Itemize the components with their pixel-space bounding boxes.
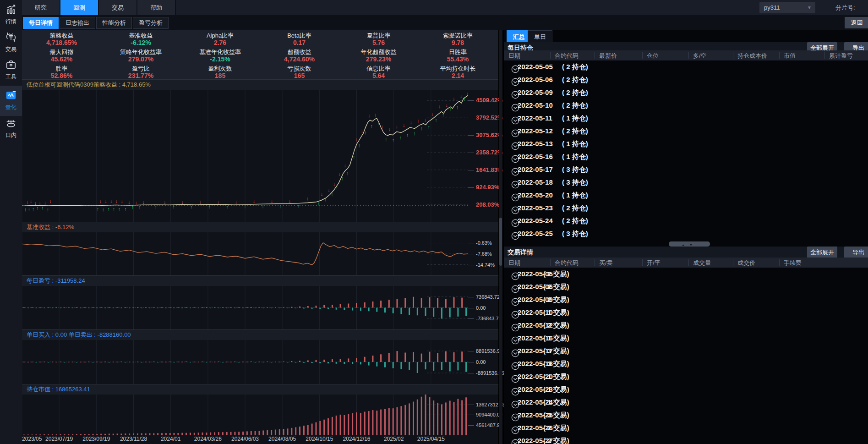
stat-label: 年化超额收益 [339, 49, 418, 55]
svg-text:↑: ↑ [124, 206, 127, 212]
stat-value: 0.17 [260, 39, 339, 47]
sidebar-item-交易[interactable]: 交易 [0, 31, 22, 53]
holding-row[interactable]: 2022-05-11( 1 持仓) [504, 112, 868, 125]
holding-row[interactable]: 2022-05-17( 3 持仓) [504, 163, 868, 176]
trades-export-button[interactable]: 导出 [844, 247, 868, 258]
holding-row[interactable]: 2022-05-05( 2 持仓) [504, 60, 868, 73]
sidebar-item-行情[interactable]: 行情 [0, 4, 22, 26]
sub-tab-bar: 每日详情日志输出性能分析盈亏分析 [22, 15, 868, 30]
chart-plot-position-value[interactable] [22, 395, 468, 435]
sidebar-item-量化[interactable]: 量化 [0, 89, 22, 111]
trade-row[interactable]: 2022-05-23( 1 交易) [504, 383, 868, 396]
svg-text:↑: ↑ [226, 204, 229, 209]
row-date: 2022-05-20 [518, 191, 553, 199]
y-tick-mark [468, 170, 474, 170]
holding-row[interactable]: 2022-05-12( 2 持仓) [504, 125, 868, 137]
stat-label: Alpha比率 [180, 32, 260, 39]
trade-row[interactable]: 2022-05-24( 1 交易) [504, 396, 868, 409]
svg-text:↓: ↓ [99, 198, 102, 204]
trade-row[interactable]: 2022-05-09( 2 交易) [504, 293, 868, 306]
trade-row[interactable]: 2022-05-06( 2 交易) [504, 280, 868, 293]
trade-row[interactable]: 2022-05-25( 3 交易) [504, 409, 868, 422]
trades-expand-all-button[interactable]: 全部展开 [807, 247, 837, 258]
trade-row[interactable]: 2022-05-10( 1 交易) [504, 306, 868, 319]
stat-基准收益: 基准收益-6.12% [101, 32, 180, 47]
holding-row[interactable]: 2022-05-06( 2 持仓) [504, 73, 868, 86]
row-date: 2022-05-10 [518, 101, 553, 109]
trade-row[interactable]: 2022-05-16( 1 交易) [504, 332, 868, 345]
svg-text:↑: ↑ [131, 204, 134, 210]
y-tick-mark [468, 318, 474, 319]
chart-title-position-value: 持仓市值 : 16865263.41 [22, 384, 498, 395]
trade-row[interactable]: 2022-05-27( 2 交易) [504, 434, 868, 444]
svg-text:↑: ↑ [406, 132, 409, 137]
tables-splitter[interactable]: ▲▼ [669, 241, 710, 247]
svg-text:↑: ↑ [463, 96, 466, 102]
shard-label: 分片号: [835, 4, 855, 12]
svg-text:↑: ↑ [97, 206, 99, 212]
holdings-table-header: 日期合约代码最新价仓位多/空持仓成本价市值累计盈亏 [504, 50, 868, 60]
chart-plot-daily-pnl[interactable] [22, 286, 468, 329]
trade-row[interactable]: 2022-05-26( 2 交易) [504, 422, 868, 434]
holding-row[interactable]: 2022-05-24( 2 持仓) [504, 214, 868, 227]
menu-item-帮助[interactable]: 帮助 [137, 0, 176, 15]
trade-row[interactable]: 2022-05-18( 3 交易) [504, 357, 868, 370]
stat-value: 52.86% [22, 72, 101, 80]
holding-row[interactable]: 2022-05-10( 2 持仓) [504, 99, 868, 112]
holding-row[interactable]: 2022-05-25( 3 持仓) [504, 227, 868, 240]
trade-row[interactable]: 2022-05-17( 3 交易) [504, 345, 868, 357]
trade-row[interactable]: 2022-05-20( 1 交易) [504, 370, 868, 383]
stat-label: 策略年化收益率 [101, 49, 180, 55]
holding-row[interactable]: 2022-05-23( 2 持仓) [504, 202, 868, 214]
chart-plot-benchmark-return[interactable] [22, 232, 468, 275]
row-count: ( 2 交易) [543, 283, 569, 291]
sidebar-item-工具[interactable]: 工具 [0, 59, 22, 81]
stat-label: 索提诺比率 [418, 32, 497, 39]
header-separator [688, 52, 689, 59]
stat-年化超额收益: 年化超额收益279.23% [339, 49, 418, 63]
trade-row[interactable]: 2022-05-05( 2 交易) [504, 268, 868, 280]
row-count: ( 2 交易) [543, 270, 569, 279]
tab-性能分析[interactable]: 性能分析 [96, 17, 132, 29]
row-date: 2022-05-17 [518, 165, 553, 173]
svg-text:↑: ↑ [317, 201, 320, 206]
holding-row[interactable]: 2022-05-26( 2 持仓) [504, 240, 868, 241]
tab-single-day[interactable]: 单日 [528, 30, 552, 43]
chart-plot-strategy-return[interactable]: ↑↓↑↓↑↓↑↓↑↓↑↓↑↓↑↓↑↓↑↓↑↓↑↓↑↓↑↓↑↓↑↓↑↓↑↓↑↓↑↓… [22, 90, 468, 222]
menu-item-研究[interactable]: 研究 [22, 0, 60, 15]
y-tick-mark [468, 415, 474, 415]
row-date: 2022-05-09 [518, 88, 553, 96]
y-tick-mark [468, 362, 474, 362]
row-count: ( 1 交易) [543, 308, 569, 317]
row-count: ( 3 持仓) [562, 230, 588, 238]
holding-row[interactable]: 2022-05-13( 1 持仓) [504, 137, 868, 150]
tab-日志输出[interactable]: 日志输出 [60, 17, 95, 29]
stat-label: 胜率 [22, 65, 101, 72]
chart-title-text: 低位首板可回测代码0309策略收益 : 4,718.65% [27, 81, 151, 88]
menu-item-回测[interactable]: 回测 [60, 0, 99, 15]
chart-plot-daily-buy-sell[interactable] [22, 340, 468, 384]
menu-item-交易[interactable]: 交易 [99, 0, 137, 15]
svg-text:↑: ↑ [371, 123, 373, 129]
tab-每日详情[interactable]: 每日详情 [23, 17, 59, 29]
holding-row[interactable]: 2022-05-09( 2 持仓) [504, 86, 868, 99]
y-tick-mark [468, 243, 474, 243]
holding-row[interactable]: 2022-05-16( 1 持仓) [504, 150, 868, 163]
svg-text:↓: ↓ [271, 198, 273, 204]
svg-text:↑: ↑ [336, 185, 338, 190]
trade-row[interactable]: 2022-05-12( 2 交易) [504, 319, 868, 332]
back-button[interactable]: 返回 [845, 17, 868, 28]
tab-盈亏分析[interactable]: 盈亏分析 [133, 17, 169, 29]
scrollbar-handle[interactable] [499, 218, 502, 266]
row-count: ( 1 交易) [543, 373, 569, 381]
column-header-成交量: 成交量 [693, 259, 711, 267]
sidebar-item-日内[interactable]: 日内 [0, 117, 22, 139]
holding-row[interactable]: 2022-05-18( 3 持仓) [504, 176, 868, 189]
x-axis-label: 2023/07/19 [45, 436, 73, 442]
chart-title-daily-buy-sell: 单日买入 : 0.00 单日卖出 : -8288160.00 [22, 329, 498, 340]
python-env-select[interactable]: py311 ▼ [759, 2, 815, 13]
svg-text:↑: ↑ [102, 207, 105, 212]
chart-vertical-scrollbar[interactable] [499, 30, 502, 444]
holding-row[interactable]: 2022-05-20( 1 持仓) [504, 189, 868, 202]
y-axis-label: 924.93% [476, 184, 499, 191]
